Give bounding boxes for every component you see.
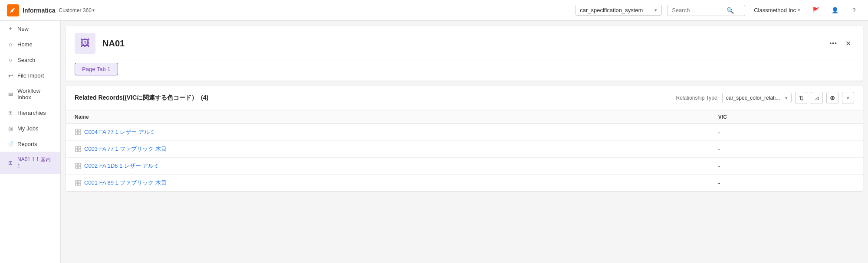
global-search-box[interactable]: 🔍 [667,5,745,16]
svg-rect-14 [79,180,81,182]
svg-rect-13 [76,180,78,182]
related-records-header: Related Records((VICに関連する色コード） (4) Relat… [66,86,863,110]
rel-type-chevron-icon: ▾ [785,95,788,101]
cell-vic: - [710,124,863,141]
more-options-button[interactable]: ••• [827,37,839,49]
user-button[interactable]: 👤 [828,3,842,17]
relationship-type-value: car_spec_color_relati... [726,95,780,101]
svg-rect-3 [76,133,78,135]
logo-text: Informatica [23,7,55,14]
sidebar-item-home[interactable]: ⌂ Home [0,36,60,52]
sort-button[interactable]: ⇅ [795,92,807,104]
record-name-text: C004 FA 77 1 レザー アルミ [84,128,155,136]
expand-button[interactable]: ▾ [842,92,854,104]
logo-area: Informatica Customer 360 ▾ [7,4,95,16]
row-grid-icon [75,179,82,186]
table-row: C004 FA 77 1 レザー アルミ- [66,124,863,141]
cell-name: C003 FA 77 1 ファブリック 木目 [66,141,710,158]
record-header: 🖼 NA01 ••• ✕ [66,26,863,59]
org-chevron-icon: ▾ [798,7,800,13]
page-tab-1-button[interactable]: Page Tab 1 [75,63,118,75]
related-records-table: Name VIC C004 FA 77 1 レザー アルミ- C003 FA 7… [66,110,863,191]
svg-rect-10 [79,163,81,166]
related-records-controls: Relationship Type: car_spec_color_relati… [676,92,854,104]
table-row: C002 FA 1D6 1 レザー アルミ- [66,158,863,175]
sidebar-label-workflow-inbox: Workflow Inbox [17,88,53,101]
sidebar-item-reports[interactable]: 📄 Reports [0,136,60,152]
sidebar-item-search[interactable]: ○ Search [0,52,60,68]
datasource-value: car_specification_system [580,7,643,13]
top-nav: Informatica Customer 360 ▾ car_specifica… [0,0,868,21]
thumbnail-icon: 🖼 [80,38,90,49]
record-thumbnail: 🖼 [75,33,95,54]
cell-vic: - [710,158,863,175]
record-link[interactable]: C001 FA 89 1 ファブリック 木目 [75,179,701,187]
sidebar-item-na01[interactable]: ⊞ NA01 1 1 国内 1 [0,152,60,174]
svg-rect-11 [76,166,78,169]
reports-icon: 📄 [7,140,14,147]
col-header-name: Name [66,110,710,124]
sidebar-label-home: Home [17,41,33,48]
record-title: NA01 [102,39,125,49]
search-input[interactable] [672,7,724,13]
datasource-selector[interactable]: car_specification_system ▾ [575,5,662,16]
my-jobs-icon: ◎ [7,125,14,132]
sidebar-label-reports: Reports [17,141,37,147]
close-record-button[interactable]: ✕ [842,37,854,49]
table-row: C001 FA 89 1 ファブリック 木目- [66,175,863,192]
cell-name: C002 FA 1D6 1 レザー アルミ [66,158,710,175]
search-nav-icon: ○ [7,56,14,63]
logo-chevron-icon: ▾ [92,8,95,13]
cell-vic: - [710,141,863,158]
main-wrapper: ＋ New ⌂ Home ○ Search ↩ File Import ✉ Wo… [0,21,868,263]
col-header-vic: VIC [710,110,863,124]
expand-icon: ▾ [847,95,849,101]
record-name-text: C001 FA 89 1 ファブリック 木目 [84,179,167,187]
add-button[interactable]: ⊕ [826,92,838,104]
sidebar-item-new[interactable]: ＋ New [0,21,60,36]
help-button[interactable]: ? [847,3,861,17]
table-header-row: Name VIC [66,110,863,124]
logo-sub[interactable]: Customer 360 ▾ [59,7,94,13]
na01-icon: ⊞ [7,159,14,166]
svg-rect-12 [79,166,81,169]
svg-rect-5 [76,146,78,149]
user-icon: 👤 [832,7,838,13]
relationship-type-label: Relationship Type: [676,95,719,101]
sidebar-item-workflow-inbox[interactable]: ✉ Workflow Inbox [0,83,60,105]
close-icon: ✕ [845,39,851,48]
filter-button[interactable]: ⊿ [811,92,823,104]
svg-rect-4 [79,133,81,135]
svg-rect-7 [76,149,78,152]
record-tabs: Page Tab 1 [66,59,863,81]
record-link[interactable]: C003 FA 77 1 ファブリック 木目 [75,145,701,153]
workflow-icon: ✉ [7,91,14,97]
svg-rect-1 [76,130,78,132]
svg-rect-15 [76,183,78,185]
svg-rect-16 [79,183,81,185]
more-options-icon: ••• [829,40,837,47]
sidebar-item-file-import[interactable]: ↩ File Import [0,68,60,83]
svg-rect-2 [79,130,81,132]
record-link[interactable]: C004 FA 77 1 レザー アルミ [75,128,701,136]
sidebar-item-my-jobs[interactable]: ◎ My Jobs [0,120,60,136]
search-icon: 🔍 [727,7,734,14]
flag-icon: 🚩 [812,7,819,13]
content-area: 🖼 NA01 ••• ✕ Page Tab 1 R [61,21,868,263]
help-icon: ? [852,7,856,13]
table-row: C003 FA 77 1 ファブリック 木目- [66,141,863,158]
filter-icon: ⊿ [815,95,819,101]
home-icon: ⌂ [7,41,14,48]
related-records-section: Related Records((VICに関連する色コード） (4) Relat… [66,86,863,191]
sidebar: ＋ New ⌂ Home ○ Search ↩ File Import ✉ Wo… [0,21,61,263]
org-selector[interactable]: Classmethod Inc ▾ [750,5,804,15]
cell-name: C001 FA 89 1 ファブリック 木目 [66,175,710,192]
record-link[interactable]: C002 FA 1D6 1 レザー アルミ [75,162,701,170]
sidebar-item-hierarchies[interactable]: ⊞ Hierarchies [0,105,60,120]
row-grid-icon [75,129,82,136]
relationship-type-select[interactable]: car_spec_color_relati... ▾ [722,93,792,103]
flag-button[interactable]: 🚩 [809,3,823,17]
plus-icon: ＋ [7,25,14,32]
row-grid-icon [75,146,82,153]
svg-rect-8 [79,149,81,152]
